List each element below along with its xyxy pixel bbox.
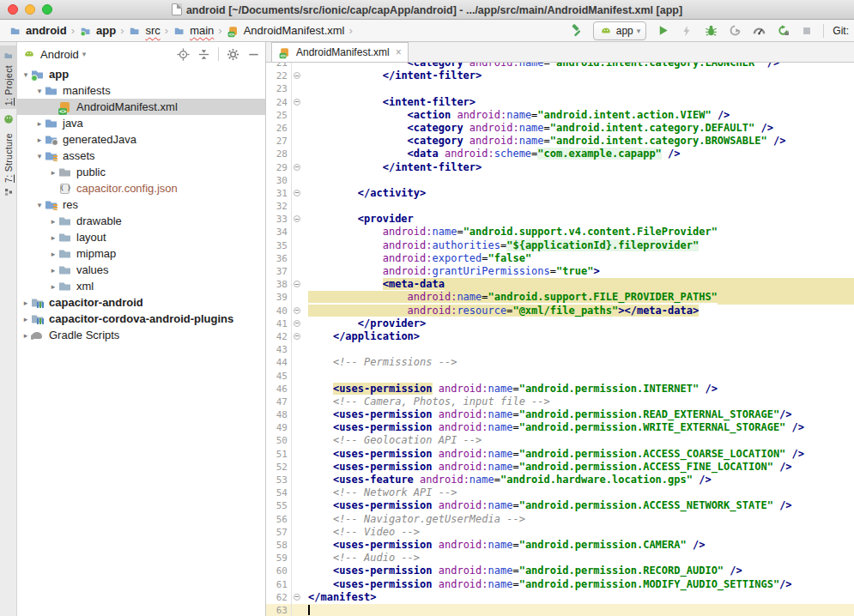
tree-down-arrow-icon[interactable]: ▾ <box>34 152 45 160</box>
code-line-29[interactable]: 29 </intent-filter> <box>266 161 854 174</box>
tree-down-arrow-icon[interactable]: ▾ <box>21 70 31 79</box>
code-line-28[interactable]: 28 <data android:scheme="com.example.cap… <box>266 148 854 160</box>
tree-item-capacitor-config-json[interactable]: capacitor.config.json <box>17 180 265 196</box>
tree-right-arrow-icon[interactable]: ▸ <box>34 119 45 128</box>
project-tool-button[interactable]: 1: Project <box>0 45 16 109</box>
fold-region-icon[interactable] <box>294 281 300 287</box>
project-view-selector[interactable]: Android <box>40 48 79 61</box>
tree-down-arrow-icon[interactable]: ▾ <box>34 201 45 209</box>
code-line-56[interactable]: 56 <!-- Navigator.getUserMedia --> <box>266 513 854 526</box>
build-hammer-icon[interactable] <box>569 23 584 39</box>
close-tab-icon[interactable]: × <box>396 46 402 58</box>
code-line-27[interactable]: 27 <category android:name="android.inten… <box>266 135 854 148</box>
code-line-40[interactable]: 40 android:resource="@xml/file_paths"></… <box>266 305 854 317</box>
code-line-23[interactable]: 23 <box>266 82 854 95</box>
code-line-51[interactable]: 51 <uses-permission android:name="androi… <box>266 448 854 461</box>
breadcrumb-manifest-file[interactable]: AndroidManifest.xml <box>225 24 347 38</box>
code-line-63[interactable]: 63 <box>266 604 854 616</box>
code-line-26[interactable]: 26 <category android:name="android.inten… <box>266 122 854 135</box>
tree-item-assets[interactable]: ▾assets <box>17 148 265 164</box>
tree-right-arrow-icon[interactable]: ▸ <box>48 233 58 242</box>
tree-item-values[interactable]: ▸values <box>17 262 265 278</box>
code-line-62[interactable]: 62</manifest> <box>266 591 854 604</box>
code-line-21[interactable]: 21 <category android:name="android.inten… <box>266 63 854 69</box>
run-configuration-select[interactable]: app ▾ <box>593 21 647 40</box>
code-line-35[interactable]: 35 android:authorities="${applicationId}… <box>266 239 854 252</box>
tree-item-res[interactable]: ▾res <box>17 196 265 213</box>
profiler-gauge-icon[interactable] <box>751 23 766 39</box>
code-line-39[interactable]: 39 android:name="android.support.FILE_PR… <box>266 291 854 304</box>
hide-panel-icon[interactable] <box>247 48 260 61</box>
tree-right-arrow-icon[interactable]: ▸ <box>21 315 31 323</box>
stop-icon[interactable] <box>799 23 815 39</box>
fold-region-icon[interactable] <box>294 190 300 196</box>
tree-right-arrow-icon[interactable]: ▸ <box>48 282 58 291</box>
code-line-58[interactable]: 58 <uses-permission android:name="androi… <box>266 539 854 552</box>
breadcrumb-android[interactable]: android <box>7 24 69 38</box>
tree-right-arrow-icon[interactable]: ▸ <box>48 168 58 177</box>
code-line-52[interactable]: 52 <uses-permission android:name="androi… <box>266 461 854 474</box>
tree-item-public[interactable]: ▸public <box>17 164 265 180</box>
code-line-46[interactable]: 46 <uses-permission android:name="androi… <box>266 383 854 396</box>
breadcrumb-app[interactable]: app <box>77 24 118 38</box>
tree-item-capacitor-android[interactable]: ▸capacitor-android <box>17 294 265 311</box>
collapse-all-icon[interactable] <box>197 48 210 61</box>
tree-right-arrow-icon[interactable]: ▸ <box>48 250 58 258</box>
tree-right-arrow-icon[interactable]: ▸ <box>48 266 58 275</box>
code-line-47[interactable]: 47 <!-- Camera, Photos, input file --> <box>266 396 854 408</box>
tree-right-arrow-icon[interactable]: ▸ <box>34 136 45 144</box>
breadcrumb-main[interactable]: main <box>171 24 215 38</box>
locate-icon[interactable] <box>177 48 190 61</box>
tree-item-mipmap[interactable]: ▸mipmap <box>17 245 265 262</box>
code-line-25[interactable]: 25 <action android:name="android.intent.… <box>266 109 854 122</box>
build-variants-tool-button[interactable] <box>0 109 16 130</box>
code-line-49[interactable]: 49 <uses-permission android:name="androi… <box>266 421 854 434</box>
tree-item-app[interactable]: ▾app <box>17 66 265 82</box>
apply-changes-lightning-icon[interactable] <box>679 23 694 39</box>
code-line-50[interactable]: 50 <!-- Geolocation API --> <box>266 434 854 447</box>
tree-right-arrow-icon[interactable]: ▸ <box>21 299 31 307</box>
code-line-32[interactable]: 32 <box>266 200 854 213</box>
fold-region-icon[interactable] <box>294 333 300 340</box>
tree-item-xml[interactable]: ▸xml <box>17 278 265 294</box>
fold-region-icon[interactable] <box>294 99 300 106</box>
tree-right-arrow-icon[interactable]: ▸ <box>48 217 58 226</box>
code-line-60[interactable]: 60 <uses-permission android:name="androi… <box>266 565 854 577</box>
tree-item-generatedjava[interactable]: ▸generatedJava <box>17 131 265 148</box>
code-line-42[interactable]: 42 </application> <box>266 330 854 343</box>
code-line-38[interactable]: 38 <meta-data <box>266 278 854 291</box>
code-line-54[interactable]: 54 <!-- Network API --> <box>266 486 854 499</box>
tree-right-arrow-icon[interactable]: ▸ <box>21 331 31 340</box>
tree-item-capacitor-cordova-android-plugins[interactable]: ▸capacitor-cordova-android-plugins <box>17 311 265 327</box>
code-line-31[interactable]: 31 </activity> <box>266 187 854 200</box>
code-line-61[interactable]: 61 <uses-permission android:name="androi… <box>266 578 854 591</box>
fold-region-icon[interactable] <box>294 320 300 327</box>
code-line-37[interactable]: 37 android:grantUriPermissions="true"> <box>266 265 854 278</box>
tree-item-gradle-scripts[interactable]: ▸Gradle Scripts <box>17 327 265 343</box>
tree-item-manifests[interactable]: ▾manifests <box>17 82 265 99</box>
fold-region-icon[interactable] <box>294 72 300 79</box>
code-line-45[interactable]: 45 <box>266 370 854 383</box>
code-line-43[interactable]: 43 <box>266 343 854 356</box>
code-line-41[interactable]: 41 </provider> <box>266 317 854 330</box>
code-line-53[interactable]: 53 <uses-feature android:name="android.h… <box>266 474 854 486</box>
code-line-59[interactable]: 59 <!-- Audio --> <box>266 552 854 565</box>
code-line-57[interactable]: 57 <!-- Video --> <box>266 526 854 539</box>
code-line-24[interactable]: 24 <intent-filter> <box>266 96 854 109</box>
tree-down-arrow-icon[interactable]: ▾ <box>34 87 45 95</box>
tree-item-java[interactable]: ▸java <box>17 115 265 131</box>
run-play-icon[interactable] <box>655 23 670 39</box>
code-line-33[interactable]: 33 <provider <box>266 213 854 226</box>
fold-region-icon[interactable] <box>294 164 300 171</box>
breadcrumb-src[interactable]: src <box>126 24 161 38</box>
gradle-sync-icon[interactable] <box>775 23 790 39</box>
settings-gear-icon[interactable] <box>227 48 239 61</box>
attach-debugger-icon[interactable] <box>727 23 742 39</box>
tree-item-drawable[interactable]: ▸drawable <box>17 213 265 229</box>
editor-tab-androidmanifest[interactable]: AndroidManifest.xml × <box>271 42 409 62</box>
fold-region-icon[interactable] <box>294 594 300 601</box>
fold-region-icon[interactable] <box>294 215 300 222</box>
code-line-22[interactable]: 22 </intent-filter> <box>266 69 854 82</box>
code-line-36[interactable]: 36 android:exported="false" <box>266 252 854 265</box>
code-line-30[interactable]: 30 <box>266 174 854 187</box>
